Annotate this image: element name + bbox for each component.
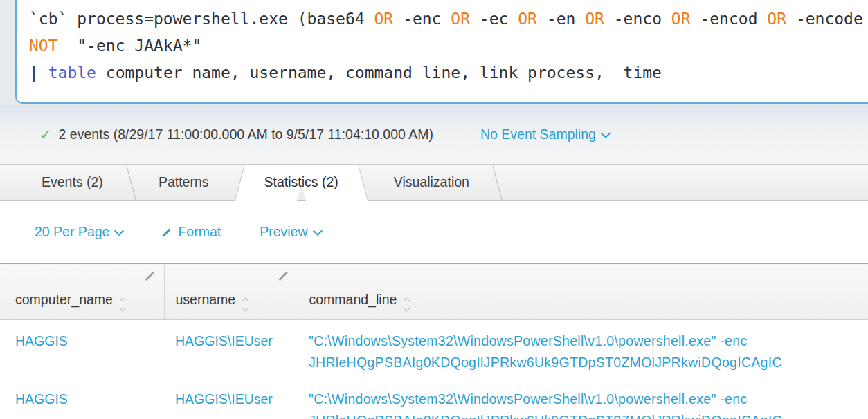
cell-value[interactable]: HAGGIS\IEUser: [175, 333, 273, 348]
tab-label: Visualization: [394, 174, 469, 189]
tab-visualization[interactable]: Visualization: [366, 165, 497, 200]
query-token: table: [48, 64, 96, 82]
table-row: HAGGISHAGGIS\IEUser"C:\Windows\System32\…: [0, 378, 868, 419]
splunk-search-results-screen: `cb` process=powershell.exe (base64 OR -…: [0, 0, 868, 419]
query-token: |: [29, 64, 48, 82]
sort-desc-icon: [404, 305, 410, 312]
query-token: -enc: [393, 10, 451, 28]
event-count-summary: 2 events (8/29/17 11:00:00.000 AM to 9/5…: [59, 127, 433, 142]
column-header-label: username: [176, 292, 236, 307]
spl-query-editor[interactable]: `cb` process=powershell.exe (base64 OR -…: [15, 0, 868, 104]
success-check-icon: ✓: [39, 127, 52, 143]
sort-icon[interactable]: [120, 299, 125, 310]
query-token: NOT: [29, 37, 58, 55]
results-table-body: HAGGISHAGGIS\IEUser"C:\Windows\System32\…: [0, 320, 868, 419]
sort-desc-icon: [119, 305, 126, 312]
search-bar-region: `cb` process=powershell.exe (base64 OR -…: [0, 0, 868, 105]
tab-statistics[interactable]: Statistics (2): [237, 165, 366, 200]
sort-asc-icon: [119, 298, 126, 305]
query-token: OR: [767, 10, 786, 28]
tab-label: Statistics (2): [264, 174, 338, 189]
edit-column-icon[interactable]: [145, 272, 154, 281]
cell-computer_name: HAGGIS: [0, 320, 164, 378]
command-line-text[interactable]: "C:\Windows\System32\WindowsPowerShell\v…: [309, 330, 868, 352]
command-line-text[interactable]: "C:\Windows\System32\WindowsPowerShell\v…: [309, 389, 868, 410]
table-row: HAGGISHAGGIS\IEUser"C:\Windows\System32\…: [0, 320, 868, 378]
query-token: OR: [518, 10, 537, 28]
cell-value[interactable]: HAGGIS: [15, 333, 68, 348]
tab-patterns[interactable]: Patterns: [131, 165, 237, 200]
query-token: OR: [374, 10, 394, 28]
chevron-down-icon: [312, 226, 322, 236]
query-line: `cb` process=powershell.exe (base64 OR -…: [29, 6, 868, 32]
cell-value[interactable]: HAGGIS\IEUser: [175, 391, 273, 407]
query-token: -en: [537, 10, 585, 28]
results-table: computer_nameusernamecommand_line HAGGIS…: [0, 263, 868, 419]
sort-icon[interactable]: [404, 299, 409, 310]
sort-desc-icon: [242, 305, 249, 312]
preview-dropdown[interactable]: Preview: [260, 224, 320, 240]
cell-value[interactable]: HAGGIS: [15, 391, 68, 407]
column-header-label: computer_name: [15, 292, 113, 307]
column-header-label: command_line: [309, 292, 397, 307]
results-tabs: Events (2)PatternsStatistics (2)Visualiz…: [0, 164, 868, 201]
per-page-dropdown[interactable]: 20 Per Page: [35, 224, 123, 240]
query-token: OR: [585, 10, 604, 28]
tab-label: Patterns: [159, 174, 209, 189]
results-header-row: computer_nameusernamecommand_line: [0, 264, 868, 320]
query-token: OR: [451, 10, 470, 28]
chevron-down-icon: [601, 129, 611, 138]
sort-asc-icon: [404, 298, 410, 305]
column-header-computer_name[interactable]: computer_name: [0, 264, 164, 320]
query-token: `cb` process=powershell.exe (base64: [29, 10, 374, 28]
column-header-username[interactable]: username: [164, 264, 298, 320]
query-line: NOT "-enc JAAkA*": [29, 32, 868, 59]
chevron-down-icon: [114, 226, 124, 236]
cell-username: HAGGIS\IEUser: [164, 320, 298, 378]
column-header-command_line[interactable]: command_line: [298, 264, 868, 320]
query-token: -ec: [470, 10, 518, 28]
statistics-toolbar: 20 Per Page Format Preview: [0, 201, 868, 263]
cell-username: HAGGIS\IEUser: [164, 378, 298, 419]
events-summary-bar: ✓ 2 events (8/29/17 11:00:00.000 AM to 9…: [0, 105, 868, 164]
query-token: OR: [671, 10, 691, 28]
command-line-text[interactable]: JHRleHQgPSBAIg0KDQogIlJPRkw6Uk9GTDpST0ZM…: [309, 410, 868, 419]
cell-command_line: "C:\Windows\System32\WindowsPowerShell\v…: [298, 378, 868, 419]
format-button[interactable]: Format: [161, 224, 221, 240]
tab-separator-line: [492, 166, 502, 200]
event-sampling-dropdown[interactable]: No Event Sampling: [480, 127, 609, 142]
tab-label: Events (2): [42, 174, 103, 189]
event-sampling-label: No Event Sampling: [480, 127, 596, 142]
query-line: | table computer_name, username, command…: [29, 59, 868, 86]
pencil-icon: [163, 228, 172, 237]
query-token: computer_name, username, command_line, l…: [96, 64, 662, 82]
format-label: Format: [178, 224, 221, 239]
tab-events[interactable]: Events (2): [14, 165, 131, 200]
cell-computer_name: HAGGIS: [0, 378, 164, 419]
per-page-label: 20 Per Page: [35, 224, 109, 239]
query-token: -enco: [604, 10, 671, 28]
command-line-text[interactable]: JHRleHQgPSBAIg0KDQogIlJPRkw6Uk9GTDpST0ZM…: [309, 352, 868, 373]
sort-asc-icon: [242, 298, 249, 305]
results-panel: 20 Per Page Format Preview computer_name…: [0, 201, 868, 419]
sort-icon[interactable]: [243, 299, 248, 310]
preview-label: Preview: [260, 224, 307, 239]
edit-column-icon[interactable]: [278, 272, 287, 281]
cell-command_line: "C:\Windows\System32\WindowsPowerShell\v…: [298, 320, 868, 378]
query-token: -encode: [786, 10, 863, 28]
query-token: "-enc JAAkA*": [58, 37, 202, 55]
query-token: -encod: [691, 10, 768, 28]
